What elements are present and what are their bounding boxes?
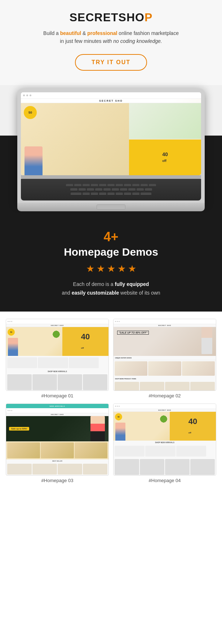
thumb-hero-left-01: 50	[6, 327, 62, 356]
key	[99, 184, 106, 187]
key	[83, 193, 90, 195]
key	[107, 193, 115, 195]
demo-label-03: #Homepage 03	[41, 478, 74, 483]
thumb-dot	[117, 321, 118, 322]
thumb-products-04	[114, 444, 216, 458]
key	[124, 184, 131, 187]
star-2: ★	[97, 263, 105, 274]
screen-logo: SECRET SHO	[21, 99, 201, 103]
thumb-people-04	[115, 423, 125, 441]
dark-stats-section: 4+ Homepage Demos ★ ★ ★ ★ ★ Each of demo…	[0, 211, 222, 312]
thumb-dot	[119, 321, 120, 322]
screen-right-top	[129, 103, 201, 139]
thumb2-sale-text: "SALE UP TO 60% OFF"	[117, 331, 149, 335]
thumb3-prod-card	[83, 464, 107, 475]
demos-description: Each of demo is a fully equipped and eas…	[14, 280, 208, 297]
thumb-dot	[11, 321, 12, 322]
thumb-product-card	[115, 446, 145, 456]
stars-row: ★ ★ ★ ★ ★	[14, 263, 208, 274]
thumb-sale-circle-01: 50	[8, 328, 15, 336]
key	[103, 188, 111, 191]
thumb-discount-04: 40off	[188, 417, 197, 436]
thumb-nav-04	[114, 404, 216, 409]
laptop-screen: SECRET SHO 50 40off	[21, 92, 201, 175]
thumb-arrival-card	[58, 374, 82, 390]
thumb3-mid-card	[7, 442, 40, 458]
screen-right-banner: 40off	[129, 103, 201, 175]
key	[112, 188, 119, 191]
thumb-product-card	[7, 357, 37, 368]
nav-dot-2	[26, 94, 28, 96]
thumb-arrival-card	[83, 374, 107, 390]
key	[91, 184, 98, 187]
demo-thumb-03[interactable]: NEW ARRIVALS SECRET SHO Sale up to 50%! …	[6, 403, 109, 476]
key	[74, 184, 81, 187]
thumb-logo-03: SECRET SHO	[6, 413, 108, 416]
thumb-sale-circle-04: 50	[115, 413, 122, 420]
demo-item-04: SECRET SHO 50 40off SHOP NEW ARRIVALS	[113, 403, 216, 483]
key	[116, 184, 123, 187]
thumb2-prod-card	[148, 361, 181, 376]
star-1: ★	[86, 263, 94, 274]
thumb-nav-01	[6, 319, 108, 324]
thumb-logo-04: SECRET SHO	[114, 409, 216, 412]
thumb-hero-01: 50 40off	[6, 327, 108, 356]
thumb-dot	[11, 410, 12, 411]
keyboard-row-3	[25, 193, 197, 195]
thumb-dot	[115, 321, 116, 322]
thumb-palm-04	[159, 414, 168, 424]
thumb2-more-card	[115, 382, 139, 391]
demo-thumb-04[interactable]: SECRET SHO 50 40off SHOP NEW ARRIVALS	[113, 403, 216, 476]
keyboard-row-2	[25, 188, 197, 191]
screen-people-image	[25, 146, 43, 175]
key	[95, 188, 102, 191]
thumb2-more-cards	[114, 381, 216, 391]
thumb3-person	[90, 416, 105, 441]
thumb3-prod-card	[32, 464, 57, 475]
thumb-product-card	[38, 357, 68, 368]
key	[83, 184, 90, 187]
screen-40off-text: 40off	[162, 151, 168, 163]
key	[141, 184, 148, 187]
thumb-arrival-card	[165, 459, 190, 475]
thumb3-mid	[6, 441, 108, 459]
try-it-out-button[interactable]: TRY IT OUT	[75, 54, 147, 71]
screen-nav-bar	[21, 92, 201, 99]
thumb3-products	[6, 463, 108, 476]
keyboard-row-1	[25, 184, 197, 187]
thumb3-prod-card	[7, 464, 32, 475]
thumb2-products	[114, 360, 216, 377]
thumb3-sale-badge: Sale up to 50%!	[9, 427, 29, 431]
thumb-people-01	[8, 338, 18, 356]
demo-thumb-02[interactable]: SECRET SHO "SALE UP TO 60% OFF" UNIQUE S…	[113, 319, 216, 391]
demos-title: Homepage Demos	[14, 246, 208, 258]
key	[145, 188, 152, 191]
thumb-hero-right-01: 40off	[62, 327, 108, 356]
professional-text: professional	[87, 30, 117, 36]
fully-equipped-text: fully equipped	[115, 281, 149, 287]
thumb-palm-01	[52, 329, 61, 340]
star-3: ★	[107, 263, 115, 274]
demos-count: 4+	[14, 229, 208, 244]
laptop-section: SECRET SHO 50 40off	[0, 85, 222, 211]
thumb2-hero: "SALE UP TO 60% OFF"	[114, 327, 216, 356]
screen-sale-badge: 50	[24, 106, 37, 119]
logo-accent: P	[145, 11, 152, 24]
key	[141, 193, 151, 195]
thumb3-mid-card	[41, 442, 74, 458]
key	[71, 193, 81, 195]
thumb2-prod-card	[182, 361, 215, 376]
demo-thumb-01[interactable]: SECRET SHO 50 40off SHOP NEW ARRIVALS	[6, 319, 109, 391]
keyboard-rows	[21, 182, 201, 198]
demo-item-01: SECRET SHO 50 40off SHOP NEW ARRIVALS	[6, 319, 109, 398]
key	[107, 184, 115, 187]
thumb3-header-text: NEW ARRIVALS	[50, 405, 65, 407]
thumb-arrival-card	[32, 374, 57, 390]
thumb-section-label-04: SHOP NEW ARRIVALS	[114, 441, 216, 444]
thumb3-header: NEW ARRIVALS	[6, 404, 108, 408]
key	[132, 184, 139, 187]
thumb-arrival-card	[140, 459, 164, 475]
thumb3-hero: Sale up to 50%!	[6, 416, 108, 441]
key	[91, 193, 98, 195]
key	[79, 188, 86, 191]
